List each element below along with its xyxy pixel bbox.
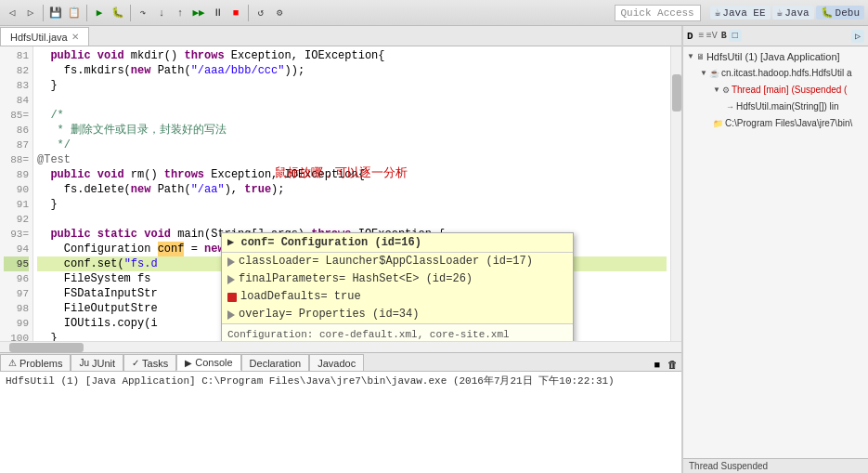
debug-collapse-btn[interactable]: □ bbox=[729, 30, 742, 42]
toolbar-sep-1 bbox=[43, 5, 44, 21]
autocomplete-item-1[interactable]: finalParameters= HashSet<E> (id=26) bbox=[222, 270, 573, 288]
bottom-tab-bar: ⚠ Problems Ju JUnit ✓ Tasks ▶ Console De… bbox=[0, 353, 681, 372]
tree-item-class[interactable]: ▼ ☕ cn.itcast.hadoop.hdfs.HdfsUtil a bbox=[683, 65, 868, 82]
autocomplete-item-3[interactable]: overlay= Properties (id=34) bbox=[222, 306, 573, 323]
perspective-buttons: ☕ Java EE ☕ Java 🐛 Debu bbox=[710, 6, 864, 20]
tab-close-icon[interactable]: ✕ bbox=[71, 32, 79, 42]
ln-93: 93= bbox=[4, 227, 29, 242]
tasks-icon: ✓ bbox=[132, 358, 139, 368]
step-out-icon[interactable]: ↑ bbox=[172, 5, 188, 21]
step-into-icon[interactable]: ↓ bbox=[153, 5, 170, 21]
tab-console[interactable]: ▶ Console bbox=[176, 354, 240, 371]
autocomplete-text-2: loadDefaults= true bbox=[240, 289, 361, 305]
editor-content-area: 81 82 83 84 85= 86 87 88= 89 90 91 92 93… bbox=[0, 46, 681, 352]
javaee-label: Java EE bbox=[722, 7, 765, 19]
editor-scrollable: 81 82 83 84 85= 86 87 88= 89 90 91 92 93… bbox=[0, 46, 681, 341]
debug-resume-btn[interactable]: ▷ bbox=[851, 30, 864, 43]
editor-hscroll-thumb[interactable] bbox=[9, 343, 84, 352]
ln-92: 92 bbox=[4, 212, 29, 227]
toolbar-sep-2 bbox=[86, 5, 87, 21]
save-icon[interactable]: 💾 bbox=[47, 5, 64, 21]
editor-vscrollbar[interactable] bbox=[670, 46, 681, 341]
tree-expand-2: ▼ bbox=[713, 83, 720, 98]
tab-junit[interactable]: Ju JUnit bbox=[71, 354, 123, 371]
autocomplete-header: ▶ conf= Configuration (id=16) bbox=[222, 233, 573, 253]
editor-tab-hdfsutil[interactable]: HdfsUtil.java ✕ bbox=[0, 27, 89, 46]
main-toolbar: ◁ ▷ 💾 📋 ▶ 🐛 ↷ ↓ ↑ ▶▶ ⏸ ■ ↺ ⚙ Quick Acces… bbox=[0, 0, 868, 26]
tree-item-app[interactable]: ▼ 🖥 HdfsUtil (1) [Java Application] bbox=[683, 48, 868, 65]
console-icon: ▶ bbox=[185, 358, 192, 368]
debug-tree: ▼ 🖥 HdfsUtil (1) [Java Application] ▼ ☕ … bbox=[683, 46, 868, 458]
code-line-87: */ bbox=[37, 138, 667, 152]
save-all-icon[interactable]: 📋 bbox=[66, 5, 83, 21]
tree-app-label: HdfsUtil (1) [Java Application] bbox=[706, 49, 840, 64]
code-line-84 bbox=[37, 93, 667, 108]
suspend-icon[interactable]: ⏸ bbox=[209, 5, 226, 21]
code-editor[interactable]: public void mkdir() throws Exception, IO… bbox=[33, 46, 670, 341]
run-icon[interactable]: ▶ bbox=[91, 5, 108, 21]
tab-declaration[interactable]: Declaration bbox=[241, 354, 310, 371]
debug-d-label: D bbox=[687, 31, 693, 42]
code-line-88: @Test bbox=[37, 152, 667, 167]
settings-icon[interactable]: ⚙ bbox=[271, 5, 288, 21]
tree-item-thread[interactable]: ▼ ⚙ Thread [main] (Suspended ( bbox=[683, 82, 868, 99]
debug-panel: D ≡ ≡V B □ ▷ ▼ 🖥 HdfsUtil (1) [Java Appl… bbox=[682, 26, 868, 473]
code-line-82: fs.mkdirs(new Path("/aaa/bbb/ccc")); bbox=[37, 63, 667, 78]
resume-icon[interactable]: ▶▶ bbox=[190, 5, 207, 21]
tab-tasks-label: Tasks bbox=[142, 358, 168, 369]
forward-icon[interactable]: ▷ bbox=[22, 5, 39, 21]
editor-vscroll-thumb[interactable] bbox=[672, 74, 681, 112]
console-terminate-icon[interactable]: ■ bbox=[650, 360, 664, 371]
ln-85: 85= bbox=[4, 108, 29, 123]
debug-eq-icon: ≡ bbox=[699, 31, 705, 41]
debug-b-label: B bbox=[721, 31, 727, 41]
autocomplete-item-2[interactable]: loadDefaults= true bbox=[222, 288, 573, 306]
debug-toolbar: D ≡ ≡V B □ ▷ bbox=[683, 26, 868, 46]
code-line-90: fs.delete(new Path("/aa"), true); bbox=[37, 182, 667, 197]
problems-icon: ⚠ bbox=[8, 358, 17, 368]
editor-hscrollbar[interactable] bbox=[0, 341, 681, 352]
editor-panel: HdfsUtil.java ✕ 81 82 83 84 85= 86 87 88… bbox=[0, 26, 682, 473]
debug-label: Debu bbox=[836, 7, 860, 19]
tree-class-icon: ☕ bbox=[709, 66, 719, 81]
tree-thread-icon: ⚙ bbox=[722, 83, 730, 98]
tree-class-label: cn.itcast.hadoop.hdfs.HdfsUtil a bbox=[721, 66, 852, 81]
tab-problems[interactable]: ⚠ Problems bbox=[0, 354, 71, 371]
refresh-icon[interactable]: ↺ bbox=[253, 5, 269, 21]
tree-path-label: C:\Program Files\Java\jre7\bin\ bbox=[725, 116, 852, 131]
code-line-83: } bbox=[37, 78, 667, 93]
console-output: HdfsUtil (1) [Java Application] C:\Progr… bbox=[0, 372, 681, 473]
ln-96: 96 bbox=[4, 271, 29, 286]
perspective-debug[interactable]: 🐛 Debu bbox=[816, 6, 864, 20]
tree-frame-icon: → bbox=[726, 99, 734, 114]
tree-thread-label: Thread [main] (Suspended ( bbox=[732, 83, 848, 98]
autocomplete-footer: Configuration: core-default.xml, core-si… bbox=[222, 323, 573, 341]
autocomplete-popup[interactable]: ▶ conf= Configuration (id=16) classLoade… bbox=[221, 232, 574, 341]
quick-access-input[interactable]: Quick Access bbox=[615, 5, 701, 21]
ln-90: 90 bbox=[4, 182, 29, 197]
ln-86: 86 bbox=[4, 123, 29, 138]
tab-label: HdfsUtil.java bbox=[10, 32, 68, 43]
console-clear-icon[interactable]: 🗑 bbox=[664, 359, 681, 371]
stop-icon[interactable]: ■ bbox=[227, 5, 244, 21]
tab-tasks[interactable]: ✓ Tasks bbox=[123, 354, 176, 371]
autocomplete-text-1: finalParameters= HashSet<E> (id=26) bbox=[239, 271, 473, 287]
tab-problems-label: Problems bbox=[19, 358, 62, 369]
ln-91: 91 bbox=[4, 197, 29, 212]
tree-item-path[interactable]: 📁 C:\Program Files\Java\jre7\bin\ bbox=[683, 115, 868, 132]
ln-81: 81 bbox=[4, 48, 29, 63]
debug-icon[interactable]: 🐛 bbox=[110, 5, 126, 21]
autocomplete-item-0[interactable]: classLoader= Launcher$AppClassLoader (id… bbox=[222, 253, 573, 270]
perspective-java[interactable]: ☕ Java bbox=[772, 6, 814, 20]
ln-98: 98 bbox=[4, 301, 29, 316]
back-icon[interactable]: ◁ bbox=[4, 5, 20, 21]
tab-console-label: Console bbox=[195, 357, 232, 368]
code-line-86: * 删除文件或目录，封装好的写法 bbox=[37, 123, 667, 138]
junit-icon: Ju bbox=[79, 358, 89, 368]
tree-item-frame[interactable]: → HdfsUtil.main(String[]) lin bbox=[683, 99, 868, 115]
step-over-icon[interactable]: ↷ bbox=[135, 5, 151, 21]
tab-javadoc[interactable]: Javadoc bbox=[309, 354, 364, 371]
perspective-javaee[interactable]: ☕ Java EE bbox=[710, 6, 771, 20]
ln-87: 87 bbox=[4, 138, 29, 152]
ln-88: 88= bbox=[4, 152, 29, 167]
